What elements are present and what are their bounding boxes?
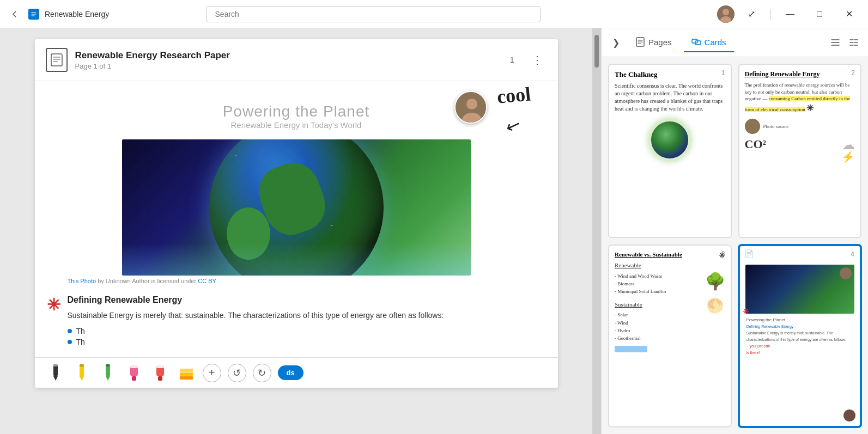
card-4-text: Powering the Planet Defining Renewable E…	[745, 317, 855, 356]
scrollbar-thumb[interactable]	[594, 35, 599, 68]
right-panel-header: ❯ Pages Cards	[602, 28, 868, 57]
doc-page-number: 1	[510, 56, 514, 64]
handwritten-cool: cool	[496, 82, 531, 108]
card-thumb-2[interactable]: 2 Defining Renewable Enrgy The prolifera…	[738, 64, 862, 238]
minimize-button[interactable]: —	[778, 5, 803, 23]
card-3-sustainable-items: - Solar - Wind - Hydro - Geothermal	[615, 311, 701, 343]
photo-link[interactable]: This Photo	[68, 278, 96, 284]
restore-button[interactable]: □	[807, 5, 832, 23]
card-3-sustainable-title: Sustainable	[615, 300, 701, 309]
collapse-panel-button[interactable]: ❯	[608, 35, 623, 50]
bullet-item-2: Th	[68, 338, 525, 346]
card-4-body-text: Sustainable Energy is merely that: susta…	[746, 331, 847, 341]
card-4-link-text: Defining Renewable Energy	[746, 325, 794, 328]
pen-green-tool[interactable]	[98, 363, 118, 383]
doc-info: Renewable Energy Research Paper Page 1 o…	[75, 50, 502, 70]
tree-icon: 🌳	[705, 272, 725, 291]
section-title: Defining Renewable Energy	[68, 295, 525, 305]
cards-tab-label: Cards	[705, 38, 726, 47]
redo-button[interactable]: ↻	[253, 364, 271, 382]
card-4-avatar-2	[843, 409, 855, 421]
card-thumb-3[interactable]: 3 Renewable vs. Sustainable ✳ Renewable …	[608, 244, 732, 427]
card-1-earth-container	[615, 118, 725, 162]
svg-point-2	[723, 9, 729, 15]
pages-tab-icon	[635, 37, 645, 47]
card-2-title: Defining Renewable Enrgy	[745, 70, 855, 78]
scrollbar[interactable]	[592, 28, 601, 434]
eraser-tool[interactable]	[177, 363, 196, 383]
card-thumb-4[interactable]: 4 📄 ✳ Powering the Planet Defining Rene	[738, 244, 862, 427]
app-icon	[28, 9, 39, 20]
earth-image	[122, 139, 471, 276]
card-4-scribble-1: ~ you just edit	[746, 344, 770, 348]
section-text: Sustainable Energy is merely that: susta…	[68, 309, 525, 321]
titlebar: Renewable Energy ⤢ — □ ✕	[0, 0, 868, 28]
card-4-number: 4	[851, 250, 854, 258]
card-3-renewable-items: - Wind and Wood Waste - Biomass - Munici…	[615, 272, 701, 296]
tab-cards[interactable]: Cards	[684, 33, 734, 52]
document-panel: Renewable Energy Research Paper Page 1 o…	[0, 28, 592, 434]
svg-rect-25	[180, 376, 193, 380]
pen-yellow-tool[interactable]	[72, 363, 92, 383]
img-caption: This Photo by Unknown Author is licensed…	[68, 278, 525, 284]
svg-rect-22	[156, 365, 164, 368]
svg-rect-23	[180, 369, 193, 372]
card-2-co2: CO²	[745, 137, 767, 151]
bullet-list: Th Th	[68, 327, 525, 346]
svg-rect-21	[158, 376, 162, 381]
expand-button[interactable]: ⤢	[739, 5, 764, 23]
right-panel-actions	[828, 35, 861, 50]
search-input[interactable]	[206, 6, 541, 22]
cc-by-link[interactable]: CC BY	[198, 278, 216, 284]
card-3-content: Renewable - Wind and Wood Waste - Biomas…	[615, 261, 725, 352]
card-4-scribble-2: is there!	[746, 351, 760, 354]
cards-tab-icon	[691, 37, 701, 47]
bullet-2-text: Th	[76, 338, 85, 346]
svg-rect-13	[80, 364, 84, 366]
marker-pink-tool[interactable]	[124, 363, 144, 383]
multilist-view-button[interactable]	[846, 35, 861, 50]
card-2-person-row: Photo source	[745, 119, 855, 134]
card-4-page-icon: 📄	[744, 249, 754, 258]
doc-file-icon	[46, 48, 68, 72]
card-1-inner: 1 The Chalkneg Scientific consensus is c…	[609, 65, 731, 237]
svg-rect-10	[53, 364, 58, 366]
right-panel: ❯ Pages Cards	[601, 28, 868, 434]
pen-black-tool[interactable]	[46, 363, 65, 383]
lightning-icon: ⚡	[841, 150, 855, 163]
undo-button[interactable]: ↺	[228, 364, 246, 382]
doc-card-header: Renewable Energy Research Paper Page 1 o…	[35, 39, 558, 81]
card-2-avatar	[745, 119, 760, 134]
img-caption-text: by Unknown Author is licensed under	[98, 278, 198, 284]
card-2-icons-row: CO² ☁ ⚡	[745, 137, 855, 163]
multilist-icon	[849, 38, 859, 47]
doc-more-button[interactable]: ⋮	[527, 51, 547, 69]
card-2-text: The proliferation of renewable energy so…	[745, 82, 855, 114]
asterisk-decoration: ✳	[47, 295, 60, 314]
card-4-red-asterisk: ✳	[743, 307, 749, 316]
svg-marker-9	[53, 376, 58, 381]
card-4-avatar	[840, 267, 852, 279]
main-layout: Renewable Energy Research Paper Page 1 o…	[0, 28, 868, 434]
tab-pages[interactable]: Pages	[628, 33, 679, 52]
svg-rect-16	[106, 364, 110, 366]
card-4-inner: 4 📄 ✳ Powering the Planet Defining Rene	[740, 246, 860, 426]
card-1-title: The Chalkneg	[615, 70, 725, 79]
marker-red-tool[interactable]	[150, 363, 170, 383]
card-3-renewable-title: Renewable	[615, 261, 701, 270]
list-view-button[interactable]	[828, 35, 843, 50]
card-4-earth-thumb	[745, 265, 855, 314]
card-thumb-1[interactable]: 1 The Chalkneg Scientific consensus is c…	[608, 64, 732, 238]
close-button[interactable]: ✕	[836, 5, 861, 23]
window-controls: ⤢ — □ ✕	[717, 5, 861, 23]
card-2-inner: 2 Defining Renewable Enrgy The prolifera…	[739, 65, 861, 237]
card-1-text: Scientific consensus is clear. The world…	[615, 82, 725, 113]
card-2-person-label: Photo source	[763, 124, 789, 129]
add-button[interactable]: +	[203, 364, 221, 382]
avatar[interactable]	[717, 5, 735, 23]
card-3-inner: 3 Renewable vs. Sustainable ✳ Renewable …	[609, 246, 731, 426]
card-3-header: Renewable vs. Sustainable ✳	[615, 251, 725, 261]
app-title: Renewable Energy	[45, 10, 109, 19]
ds-button[interactable]: ds	[278, 365, 304, 380]
back-button[interactable]	[7, 6, 23, 22]
